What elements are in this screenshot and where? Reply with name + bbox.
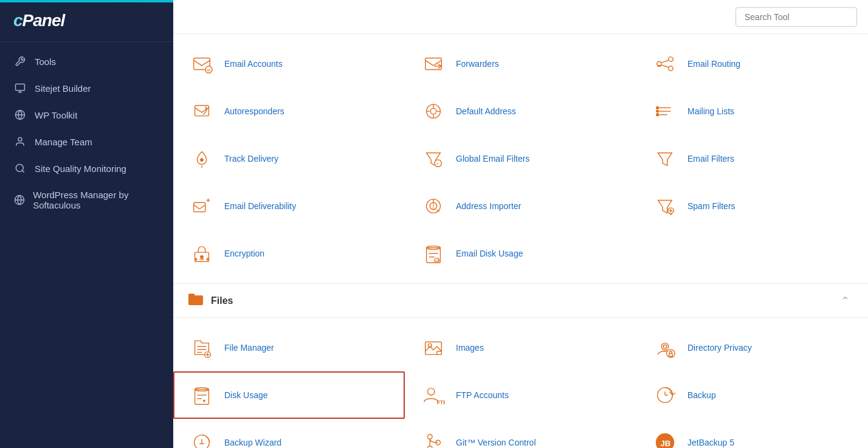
jetbackup5-label: JetBackup 5: [687, 438, 734, 447]
tool-backup[interactable]: Backup: [636, 371, 868, 419]
files-tool-grid: File Manager Images: [173, 318, 868, 448]
svg-rect-71: [195, 390, 209, 405]
global-email-filters-icon: +: [419, 145, 447, 173]
git-version-control-label: Git™ Version Control: [456, 438, 536, 447]
backup-icon: [651, 381, 679, 409]
wrench-icon: [13, 56, 27, 67]
sidebar-item-wptoolkit-label: WP Toolkit: [35, 110, 77, 120]
svg-point-49: [200, 255, 204, 259]
svg-text:FTP: FTP: [437, 399, 445, 405]
encryption-label: Encryption: [224, 249, 264, 258]
sidebar-item-tools-label: Tools: [35, 57, 56, 67]
topbar: [173, 0, 868, 34]
track-delivery-icon: [188, 145, 216, 173]
tool-email-filters[interactable]: Email Filters: [636, 135, 868, 182]
svg-point-76: [428, 388, 435, 395]
folder-icon: [188, 292, 204, 309]
svg-rect-66: [437, 351, 442, 355]
global-email-filters-label: Global Email Filters: [456, 154, 529, 164]
backup-wizard-label: Backup Wizard: [224, 438, 281, 447]
wordpress-icon: [13, 109, 27, 120]
sidebar-item-manage-team[interactable]: Manage Team: [0, 128, 173, 155]
tool-jetbackup5[interactable]: JB JetBackup 5: [636, 419, 868, 448]
email-filters-icon: [651, 145, 679, 173]
svg-text:+: +: [436, 161, 439, 167]
tool-email-deliverability[interactable]: Email Deliverability: [173, 182, 405, 230]
svg-point-84: [428, 435, 433, 439]
sidebar-item-wpmanager-label: WordPress Manager by Softaculous: [33, 190, 160, 210]
disk-usage-icon: [188, 381, 216, 409]
email-filters-label: Email Filters: [687, 154, 734, 164]
tool-git-version-control[interactable]: Git™ Version Control: [405, 419, 636, 448]
search-quality-icon: [13, 163, 27, 174]
tool-email-accounts[interactable]: Email Accounts: [173, 40, 405, 88]
jetbackup5-icon: JB: [651, 429, 679, 448]
svg-point-14: [669, 66, 673, 71]
sidebar-item-wp-toolkit[interactable]: WP Toolkit: [0, 102, 173, 128]
tool-file-manager[interactable]: File Manager: [173, 324, 405, 371]
tool-directory-privacy[interactable]: Directory Privacy: [636, 324, 868, 371]
email-tool-grid: Email Accounts Forwarders: [173, 34, 868, 283]
svg-point-51: [195, 258, 198, 261]
email-routing-label: Email Routing: [687, 59, 740, 69]
tool-encryption[interactable]: Encryption: [173, 230, 405, 277]
address-importer-label: Address Importer: [456, 201, 521, 211]
tool-email-routing[interactable]: Email Routing: [636, 40, 868, 88]
git-version-control-icon: [419, 429, 447, 448]
sidebar-item-tools[interactable]: Tools: [0, 48, 173, 75]
sidebar-nav: Tools Sitejet Builder WP Toolkit Manage …: [0, 42, 173, 224]
main-content: Email Accounts Forwarders: [173, 0, 868, 448]
sidebar-item-site-quality[interactable]: Site Quality Monitoring: [0, 155, 173, 182]
sidebar-item-wordpress-manager[interactable]: WordPress Manager by Softaculous: [0, 182, 173, 218]
svg-point-31: [200, 158, 204, 162]
tool-global-email-filters[interactable]: + Global Email Filters: [405, 135, 636, 182]
files-section-title: Files: [211, 295, 233, 306]
forwarders-label: Forwarders: [456, 59, 499, 69]
main-scroll: Email Accounts Forwarders: [173, 34, 868, 448]
person-icon: [13, 136, 27, 147]
tool-backup-wizard[interactable]: Backup Wizard: [173, 419, 405, 448]
tool-images[interactable]: Images: [405, 324, 636, 371]
svg-rect-0: [16, 84, 25, 91]
tool-autoresponders[interactable]: Autoresponders: [173, 88, 405, 135]
tool-track-delivery[interactable]: Track Delivery: [173, 135, 405, 182]
tool-disk-usage[interactable]: Disk Usage: [173, 371, 405, 419]
tool-mailing-lists[interactable]: Mailing Lists: [636, 88, 868, 135]
email-routing-icon: [651, 50, 679, 78]
spam-filters-label: Spam Filters: [687, 201, 735, 211]
file-manager-label: File Manager: [224, 343, 274, 353]
svg-line-16: [661, 65, 668, 67]
email-deliverability-icon: [188, 192, 216, 220]
backup-wizard-icon: [188, 429, 216, 448]
svg-point-67: [661, 343, 668, 350]
files-section: Files ⌃: [173, 284, 868, 448]
email-disk-usage-icon: [419, 240, 447, 267]
forwarders-icon: [419, 50, 447, 78]
tool-forwarders[interactable]: Forwarders: [405, 40, 636, 88]
svg-point-5: [16, 164, 23, 171]
logo-area: cPanel: [0, 0, 173, 42]
svg-point-13: [669, 57, 673, 62]
track-delivery-label: Track Delivery: [224, 154, 278, 164]
search-tool-input[interactable]: [735, 7, 857, 27]
svg-marker-36: [658, 153, 672, 166]
mailing-lists-icon: [651, 97, 679, 125]
files-section-header-left: Files: [188, 292, 233, 309]
tool-email-disk-usage[interactable]: Email Disk Usage: [405, 230, 636, 277]
monitor-icon: [13, 83, 27, 94]
svg-point-9: [205, 66, 212, 73]
collapse-icon[interactable]: ⌃: [841, 294, 850, 308]
email-section: Email Accounts Forwarders: [173, 34, 868, 284]
tool-default-address[interactable]: Default Address: [405, 88, 636, 135]
tool-ftp-accounts[interactable]: FTP FTP Accounts: [405, 371, 636, 419]
sidebar-item-sitejet[interactable]: Sitejet Builder: [0, 75, 173, 102]
sidebar-item-sitejet-label: Sitejet Builder: [35, 83, 91, 94]
svg-rect-37: [194, 202, 205, 212]
backup-label: Backup: [687, 390, 716, 400]
encryption-icon: [188, 240, 216, 267]
tool-address-importer[interactable]: Address Importer: [405, 182, 636, 230]
tool-spam-filters[interactable]: Spam Filters: [636, 182, 868, 230]
svg-point-20: [430, 108, 436, 114]
svg-point-75: [203, 400, 205, 402]
wordpress2-icon: [13, 195, 25, 205]
